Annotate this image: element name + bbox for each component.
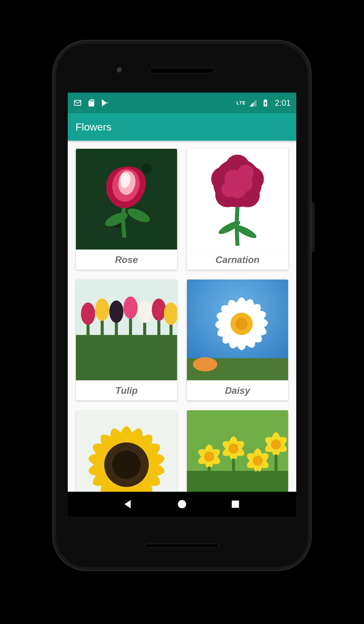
play-store-icon <box>101 99 109 107</box>
flower-image-tulip <box>76 280 177 380</box>
flower-image-carnation <box>187 149 288 250</box>
status-bar: LTE 2:01 <box>68 93 296 113</box>
power-button <box>312 203 315 252</box>
flower-label: Rose <box>115 255 138 265</box>
svg-point-73 <box>253 456 263 466</box>
svg-rect-20 <box>76 335 177 380</box>
flower-label: Daisy <box>225 385 250 396</box>
flower-card-carnation[interactable]: Carnation <box>187 149 288 270</box>
svg-rect-61 <box>187 471 288 492</box>
flower-image-rose <box>76 149 177 250</box>
flower-card-daffodil[interactable]: Daffodil <box>187 410 288 492</box>
signal-icon <box>249 99 257 107</box>
navigation-bar <box>68 492 296 517</box>
flower-card-daisy[interactable]: Daisy <box>187 280 288 400</box>
svg-point-82 <box>178 500 186 508</box>
svg-point-59 <box>112 451 141 479</box>
network-type-label: LTE <box>236 100 246 106</box>
flower-label: Tulip <box>115 385 138 396</box>
flower-card-sunflower[interactable]: Sunflower <box>76 410 177 492</box>
svg-point-31 <box>124 296 138 319</box>
flower-card-rose[interactable]: Rose <box>76 149 177 270</box>
flower-grid: Rose <box>68 141 296 492</box>
phone-frame: LTE 2:01 Flowers <box>52 40 312 571</box>
sd-card-icon <box>87 99 96 107</box>
bottom-speaker <box>146 544 218 548</box>
svg-point-17 <box>221 181 237 197</box>
svg-point-28 <box>81 303 95 325</box>
flower-label: Carnation <box>215 255 260 265</box>
svg-point-29 <box>95 299 109 321</box>
status-clock: 2:01 <box>275 98 291 108</box>
svg-rect-83 <box>232 500 239 508</box>
home-button[interactable] <box>176 498 188 510</box>
svg-point-37 <box>193 357 217 371</box>
flower-image-daffodil <box>187 410 288 492</box>
svg-point-47 <box>235 318 248 330</box>
gmail-icon <box>73 99 82 107</box>
flower-image-daisy <box>187 280 288 380</box>
battery-charging-icon <box>261 99 270 107</box>
front-camera <box>117 67 123 74</box>
app-title: Flowers <box>76 121 111 133</box>
app-bar: Flowers <box>68 113 296 141</box>
earpiece <box>150 68 214 73</box>
back-button[interactable] <box>122 498 135 510</box>
svg-point-77 <box>271 440 281 449</box>
flower-card-tulip[interactable]: Tulip <box>76 280 177 400</box>
screen: LTE 2:01 Flowers <box>68 93 296 517</box>
svg-point-65 <box>204 452 214 462</box>
svg-point-2 <box>142 164 152 174</box>
flower-image-sunflower <box>76 410 177 492</box>
svg-point-32 <box>138 301 152 323</box>
svg-point-69 <box>229 443 239 454</box>
svg-point-30 <box>109 301 124 323</box>
svg-point-33 <box>152 299 166 321</box>
svg-point-18 <box>237 165 254 181</box>
recents-button[interactable] <box>229 498 242 510</box>
content-scroll[interactable]: Rose <box>68 141 296 492</box>
